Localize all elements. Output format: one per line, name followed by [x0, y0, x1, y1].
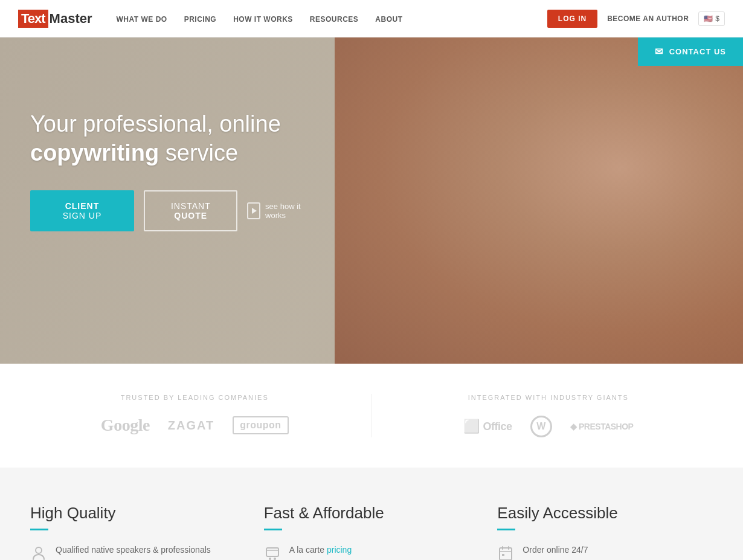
feature-text-accessible: Order online 24/7	[523, 544, 588, 556]
nav-links: WHAT WE DO PRICING HOW IT WORKS RESOURCE…	[117, 13, 547, 24]
features-section: High Quality Qualified native speakers &…	[0, 468, 743, 560]
feature-title-accessible: Easily Accessible	[497, 504, 695, 523]
nav-item-how-it-works[interactable]: HOW IT WORKS	[233, 13, 293, 24]
office-logo: ⬜ Office	[463, 419, 512, 434]
contact-us-button[interactable]: ✉ CONTACT US	[638, 37, 743, 66]
cart-icon	[264, 545, 281, 560]
feature-text-fast: A la carte pricing	[289, 544, 352, 556]
logo-text: Text	[18, 10, 48, 28]
nav-item-pricing[interactable]: PRICING	[184, 13, 217, 24]
person-icon	[30, 545, 47, 560]
become-author-link[interactable]: BECOME AN AUTHOR	[607, 14, 689, 23]
feature-accent-fast	[264, 529, 282, 530]
play-icon	[247, 202, 260, 219]
hero-buttons: CLIENT SIGN UP INSTANT QUOTE see how it …	[30, 190, 308, 231]
hero-content: Your professional, online copywriting se…	[0, 37, 338, 231]
hero-section: ✉ CONTACT US Your professional, online c…	[0, 37, 743, 364]
logo-master: Master	[50, 11, 92, 27]
trusted-left-label: TRUSTED BY LEADING COMPANIES	[42, 394, 347, 401]
feature-item-fast: A la carte pricing	[264, 544, 462, 560]
svg-point-4	[274, 558, 276, 560]
trusted-logos-right: ⬜ Office W ◆ PRESTASHOP	[396, 416, 701, 437]
feature-text-quality: Qualified native speakers & professional…	[56, 544, 211, 556]
trusted-logos-left: Google ZAGAT groupon	[42, 416, 347, 435]
language-selector[interactable]: 🇺🇸 $	[698, 11, 725, 26]
hero-headline: Your professional, online copywriting se…	[30, 110, 308, 167]
svg-point-3	[269, 558, 271, 560]
google-logo: Google	[101, 416, 150, 435]
trusted-right-label: INTEGRATED WITH INDUSTRY GIANTS	[396, 394, 701, 401]
svg-rect-5	[500, 548, 512, 560]
feature-accent-quality	[30, 529, 48, 530]
logo[interactable]: TextMaster	[18, 10, 92, 28]
navbar: TextMaster WHAT WE DO PRICING HOW IT WOR…	[0, 0, 743, 37]
hero-image	[335, 37, 744, 364]
play-triangle	[252, 208, 257, 214]
feature-accent-accessible	[497, 529, 515, 530]
calendar-icon	[497, 545, 514, 560]
zagat-logo: ZAGAT	[168, 419, 214, 433]
hero-woman-image	[335, 37, 744, 364]
pricing-link[interactable]: pricing	[327, 545, 352, 555]
office-icon: ⬜	[463, 419, 480, 434]
svg-point-0	[36, 547, 42, 553]
feature-high-quality: High Quality Qualified native speakers &…	[30, 504, 246, 560]
trusted-left: TRUSTED BY LEADING COMPANIES Google ZAGA…	[18, 394, 372, 437]
client-signup-button[interactable]: CLIENT SIGN UP	[30, 190, 134, 231]
groupon-logo: groupon	[233, 416, 288, 434]
contact-us-label: CONTACT US	[669, 47, 726, 56]
svg-rect-1	[266, 548, 278, 556]
feature-title-quality: High Quality	[30, 504, 228, 523]
presta-icon: ◆	[570, 422, 577, 431]
currency-label: $	[715, 14, 719, 23]
nav-item-what-we-do[interactable]: WHAT WE DO	[117, 13, 167, 24]
instant-quote-button[interactable]: INSTANT QUOTE	[144, 190, 237, 231]
nav-item-about[interactable]: ABOUT	[375, 13, 402, 24]
feature-title-fast: Fast & Affordable	[264, 504, 462, 523]
prestashop-logo: ◆ PRESTASHOP	[570, 422, 634, 431]
login-button[interactable]: LOG IN	[547, 10, 597, 28]
see-how-link[interactable]: see how it works	[247, 202, 308, 220]
wordpress-logo: W	[530, 416, 552, 437]
nav-item-resources[interactable]: RESOURCES	[310, 13, 359, 24]
feature-item-quality: Qualified native speakers & professional…	[30, 544, 228, 560]
flag-icon: 🇺🇸	[704, 14, 713, 23]
trusted-right: INTEGRATED WITH INDUSTRY GIANTS ⬜ Office…	[372, 394, 725, 437]
feature-fast-affordable: Fast & Affordable A la carte pricing	[246, 504, 480, 560]
feature-item-accessible: Order online 24/7	[497, 544, 695, 560]
trusted-section: TRUSTED BY LEADING COMPANIES Google ZAGA…	[0, 364, 743, 468]
svg-rect-9	[502, 554, 504, 556]
see-how-label: see how it works	[265, 202, 308, 220]
nav-right: LOG IN BECOME AN AUTHOR 🇺🇸 $	[547, 10, 725, 28]
feature-accessible: Easily Accessible Order online 24/7	[479, 504, 713, 560]
contact-icon: ✉	[655, 46, 663, 57]
